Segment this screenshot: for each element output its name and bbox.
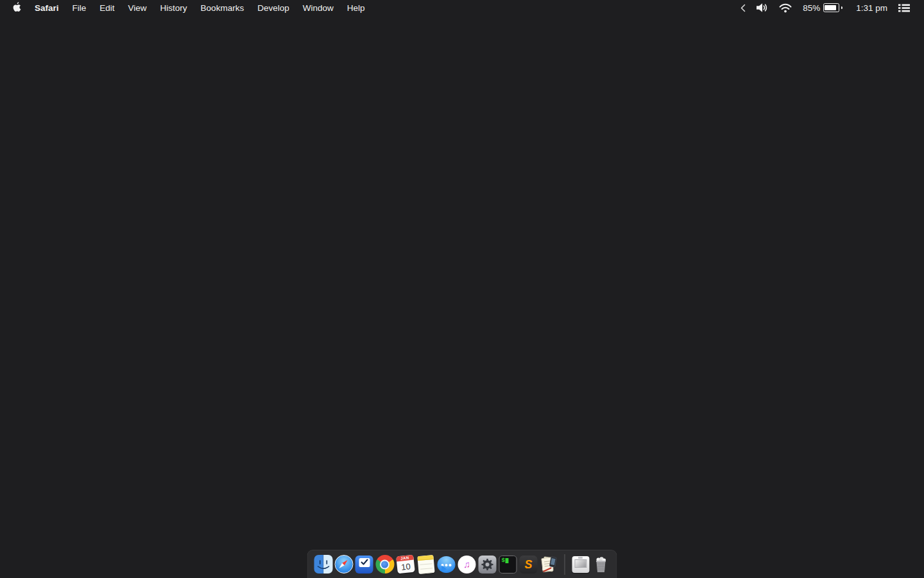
battery-fill [825, 5, 836, 10]
battery-status[interactable]: 85% [803, 3, 843, 13]
dock-sublime-text-icon[interactable]: S [519, 555, 538, 574]
notes-pad-icon [417, 554, 434, 574]
dock-chrome-icon[interactable] [375, 555, 395, 574]
dock-things-icon[interactable] [355, 555, 374, 574]
app-menu-safari[interactable]: Safari [35, 3, 59, 13]
dock-itunes-icon[interactable]: ♫ [458, 555, 477, 574]
dock-calendar-icon[interactable]: JAN 10 [396, 555, 415, 574]
chevron-left-icon[interactable] [740, 4, 746, 12]
box-stack-icon [572, 556, 589, 573]
apple-icon [13, 2, 21, 12]
dock-phone-notes-icon[interactable] [540, 555, 559, 574]
menu-item-history[interactable]: History [160, 3, 187, 13]
menu-item-bookmarks[interactable]: Bookmarks [201, 3, 244, 13]
safari-compass-icon [334, 555, 353, 574]
dock-trash-icon[interactable] [592, 555, 611, 574]
dock-system-preferences-icon[interactable] [478, 555, 497, 574]
notification-center-icon[interactable] [898, 4, 910, 12]
menu-bar-status: 85% 1:31 pm [740, 3, 910, 13]
phone-notes-papers-icon [540, 555, 559, 574]
gear-icon [479, 556, 497, 574]
messages-bubble-icon [438, 556, 456, 573]
dock-downloads-box-icon[interactable] [571, 555, 590, 574]
terminal-cursor [506, 558, 509, 563]
dock: JAN 10 ♫ [307, 550, 617, 578]
calendar-page-icon: JAN 10 [396, 555, 415, 574]
menu-item-help[interactable]: Help [347, 3, 365, 13]
terminal-prompt-label: $ [502, 558, 505, 564]
sublime-s-label: S [524, 559, 532, 570]
dock-separator [565, 554, 565, 575]
itunes-note-icon: ♫ [458, 556, 476, 574]
dock-finder-icon[interactable] [314, 555, 333, 574]
terminal-window-icon: $ [499, 556, 517, 574]
menu-item-window[interactable]: Window [303, 3, 334, 13]
volume-icon[interactable] [757, 3, 768, 12]
dock-terminal-icon[interactable]: $ [499, 555, 518, 574]
chrome-logo-icon [375, 555, 394, 574]
menu-item-develop[interactable]: Develop [257, 3, 289, 13]
wifi-icon[interactable] [779, 3, 792, 13]
sublime-logo-icon: S [520, 556, 538, 574]
calendar-day-label: 10 [396, 560, 415, 574]
dock-messages-icon[interactable] [437, 555, 456, 574]
menu-bar: Safari File Edit View History Bookmarks … [0, 0, 924, 15]
clock[interactable]: 1:31 pm [856, 3, 887, 13]
battery-icon [823, 3, 839, 12]
menu-bar-left: Safari File Edit View History Bookmarks … [13, 2, 364, 14]
dock-notes-icon[interactable] [416, 555, 436, 574]
things-checkbox-icon [355, 556, 373, 574]
menu-item-view[interactable]: View [128, 3, 147, 13]
desktop[interactable] [0, 15, 924, 578]
finder-face-icon [314, 555, 332, 574]
trash-basket-icon [592, 555, 611, 574]
dock-safari-icon[interactable] [334, 555, 354, 574]
menu-item-file[interactable]: File [73, 3, 87, 13]
battery-nub [841, 6, 843, 9]
menu-item-edit[interactable]: Edit [99, 3, 114, 13]
apple-menu[interactable] [13, 2, 21, 14]
battery-percent-label: 85% [803, 3, 820, 13]
